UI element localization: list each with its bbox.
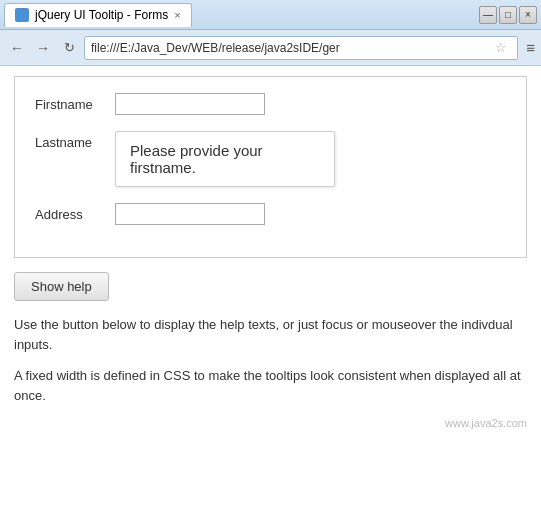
window-controls: — □ × — [479, 6, 537, 24]
firstname-input[interactable] — [115, 93, 265, 115]
maximize-button[interactable]: □ — [499, 6, 517, 24]
address-row: Address — [35, 203, 506, 225]
title-bar: jQuery UI Tooltip - Forms × — □ × — [0, 0, 541, 30]
tab-favicon — [15, 8, 29, 22]
watermark: www.java2s.com — [14, 417, 527, 429]
tab-close-button[interactable]: × — [174, 9, 180, 21]
minimize-button[interactable]: — — [479, 6, 497, 24]
firstname-label: Firstname — [35, 93, 115, 112]
description-line1: Use the button below to display the help… — [14, 315, 527, 354]
form-container: Firstname Lastname Please provide your f… — [14, 76, 527, 258]
lastname-label: Lastname — [35, 131, 115, 150]
bookmark-icon: ☆ — [495, 40, 507, 55]
url-bar[interactable]: file:///E:/Java_Dev/WEB/release/java2sID… — [84, 36, 518, 60]
close-window-button[interactable]: × — [519, 6, 537, 24]
browser-menu-button[interactable]: ≡ — [526, 39, 535, 56]
tooltip-box: Please provide your firstname. — [115, 131, 335, 187]
url-text: file:///E:/Java_Dev/WEB/release/java2sID… — [91, 41, 491, 55]
address-bar: ← → ↻ file:///E:/Java_Dev/WEB/release/ja… — [0, 30, 541, 66]
description-line2: A fixed width is defined in CSS to make … — [14, 366, 527, 405]
browser-tab[interactable]: jQuery UI Tooltip - Forms × — [4, 3, 192, 27]
tooltip-text: Please provide your firstname. — [130, 142, 263, 176]
page-content: Firstname Lastname Please provide your f… — [0, 66, 541, 518]
address-input[interactable] — [115, 203, 265, 225]
address-label: Address — [35, 203, 115, 222]
lastname-row: Lastname Please provide your firstname. — [35, 131, 506, 187]
tab-label: jQuery UI Tooltip - Forms — [35, 8, 168, 22]
forward-button[interactable]: → — [32, 37, 54, 59]
show-help-button[interactable]: Show help — [14, 272, 109, 301]
back-button[interactable]: ← — [6, 37, 28, 59]
refresh-button[interactable]: ↻ — [58, 37, 80, 59]
firstname-row: Firstname — [35, 93, 506, 115]
